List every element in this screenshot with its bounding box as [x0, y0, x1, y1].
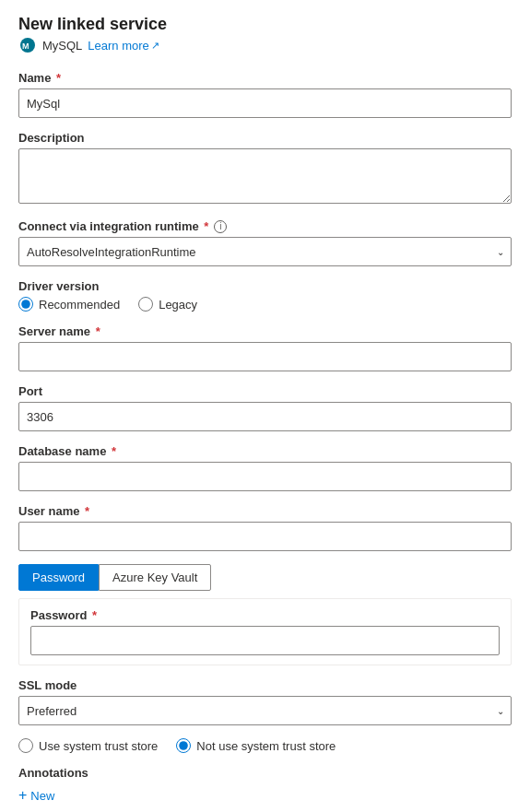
tab-password[interactable]: Password: [18, 564, 99, 591]
learn-more-link[interactable]: Learn more ↗: [88, 39, 159, 53]
password-label: Password *: [30, 608, 500, 622]
runtime-group: Connect via integration runtime * i Auto…: [18, 219, 512, 266]
page-title: New linked service: [18, 15, 512, 34]
name-label: Name *: [18, 71, 512, 85]
use-system-trust-label: Use system trust store: [39, 739, 158, 753]
user-name-group: User name *: [18, 504, 512, 551]
database-name-input[interactable]: [18, 462, 512, 491]
name-input[interactable]: [18, 88, 512, 118]
port-group: Port: [18, 384, 512, 431]
driver-version-label: Driver version: [18, 279, 512, 293]
server-name-input[interactable]: [18, 342, 512, 371]
name-group: Name *: [18, 71, 512, 118]
new-annotation-label: New: [30, 789, 54, 803]
password-input[interactable]: [30, 626, 500, 655]
user-required: *: [81, 504, 89, 518]
driver-legacy-option[interactable]: Legacy: [138, 297, 197, 312]
ssl-mode-label: SSL mode: [18, 678, 512, 692]
annotations-label: Annotations: [18, 766, 512, 780]
database-required: *: [108, 444, 116, 458]
runtime-label: Connect via integration runtime *: [18, 219, 208, 233]
not-use-system-trust-label: Not use system trust store: [196, 739, 336, 753]
description-group: Description: [18, 131, 512, 206]
server-name-group: Server name *: [18, 324, 512, 371]
svg-text:M: M: [22, 41, 29, 51]
mysql-icon: M: [18, 36, 37, 54]
not-use-system-trust-radio[interactable]: [176, 738, 191, 753]
runtime-select[interactable]: AutoResolveIntegrationRuntime: [18, 237, 512, 266]
driver-legacy-radio[interactable]: [138, 297, 153, 312]
subtitle-text: MySQL: [42, 39, 82, 53]
use-system-trust-option[interactable]: Use system trust store: [18, 738, 158, 753]
annotations-section: Annotations + New: [18, 766, 512, 807]
auth-tab-bar: Password Azure Key Vault: [18, 564, 512, 591]
driver-version-group: Driver version Recommended Legacy: [18, 279, 512, 312]
new-annotation-button[interactable]: + New: [18, 783, 54, 807]
database-name-group: Database name *: [18, 444, 512, 491]
port-label: Port: [18, 384, 512, 398]
ssl-mode-group: SSL mode Preferred Required Disabled ⌄: [18, 678, 512, 725]
password-section: Password *: [18, 598, 512, 665]
name-required: *: [53, 71, 61, 85]
use-system-trust-radio[interactable]: [18, 738, 33, 753]
system-trust-group: Use system trust store Not use system tr…: [18, 738, 512, 753]
runtime-info-icon[interactable]: i: [214, 220, 227, 233]
driver-recommended-label: Recommended: [39, 298, 120, 312]
server-required: *: [92, 324, 100, 338]
port-input[interactable]: [18, 402, 512, 431]
plus-icon: +: [18, 787, 27, 804]
driver-recommended-radio[interactable]: [18, 297, 33, 312]
driver-version-radio-group: Recommended Legacy: [18, 297, 512, 312]
password-required: *: [88, 608, 97, 622]
database-name-label: Database name *: [18, 444, 512, 458]
not-use-system-trust-option[interactable]: Not use system trust store: [176, 738, 336, 753]
driver-recommended-option[interactable]: Recommended: [18, 297, 120, 312]
driver-legacy-label: Legacy: [159, 298, 197, 312]
server-name-label: Server name *: [18, 324, 512, 338]
description-label: Description: [18, 131, 512, 145]
external-link-icon: ↗: [151, 40, 159, 52]
user-name-input[interactable]: [18, 522, 512, 551]
ssl-mode-select[interactable]: Preferred Required Disabled: [18, 696, 512, 725]
user-name-label: User name *: [18, 504, 512, 518]
description-textarea[interactable]: [18, 148, 512, 204]
tab-azure-key-vault[interactable]: Azure Key Vault: [99, 564, 211, 591]
runtime-required: *: [201, 219, 209, 233]
